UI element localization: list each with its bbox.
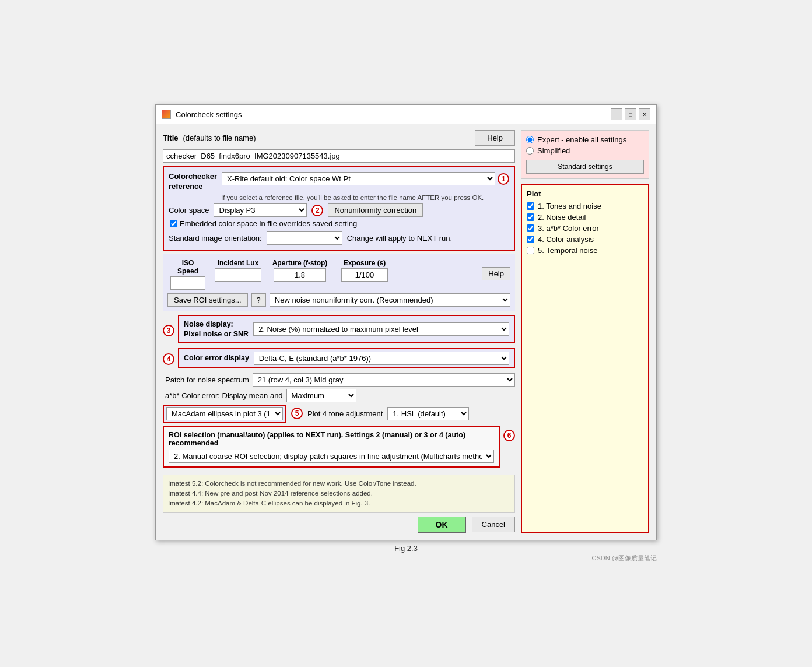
simplified-radio[interactable] bbox=[526, 147, 534, 155]
question-button[interactable]: ? bbox=[251, 293, 266, 307]
ab-label: a*b* Color error: Display mean and bbox=[165, 391, 283, 400]
expert-radio[interactable] bbox=[526, 136, 534, 143]
left-panel: Title (defaults to file name) Help Color… bbox=[163, 130, 515, 532]
plot-item-4: 4. Color analysis bbox=[527, 235, 643, 244]
plot-item-1: 1. Tones and noise bbox=[527, 202, 643, 210]
colorchecker-section: Colorcheckerreference X-Rite default old… bbox=[163, 166, 515, 251]
noise-label: Noise display:Pixel noise or SNR bbox=[184, 320, 249, 339]
plot4-label: Plot 4 tone adjustment bbox=[307, 409, 383, 418]
cancel-button[interactable]: Cancel bbox=[472, 517, 515, 532]
macadam-row: MacAdam ellipses in plot 3 (10X) 5 Plot … bbox=[163, 405, 515, 423]
help-button[interactable]: Help bbox=[475, 130, 515, 146]
circle-2: 2 bbox=[312, 205, 323, 216]
noise-display-select[interactable]: 2. Noise (%) normalized to maximum pixel… bbox=[253, 322, 509, 336]
plot-4-label: 4. Color analysis bbox=[538, 235, 594, 244]
macadam-wrap: MacAdam ellipses in plot 3 (10X) bbox=[163, 405, 286, 423]
title-bar: Colorcheck settings — □ ✕ bbox=[156, 105, 656, 124]
aperture-label: Aperture (f-stop) bbox=[272, 259, 328, 267]
nonuniformity-button[interactable]: Nonuniformity correction bbox=[328, 203, 423, 217]
orientation-label: Standard image orientation: bbox=[169, 234, 262, 243]
plot-1-label: 1. Tones and noise bbox=[538, 202, 601, 210]
color-space-label: Color space bbox=[169, 206, 209, 215]
right-panel: Expert - enable all settings Simplified … bbox=[521, 130, 649, 532]
iso-speed-input[interactable] bbox=[170, 276, 205, 290]
patch-row: Patch for noise spectrum 21 (row 4, col … bbox=[163, 373, 515, 387]
color-error-label: Color error display bbox=[184, 354, 249, 362]
iso-section: ISOSpeed Incident Lux Aperture (f-stop) … bbox=[163, 254, 515, 311]
plot-4-checkbox[interactable] bbox=[527, 236, 534, 243]
iso-help-button[interactable]: Help bbox=[482, 267, 510, 280]
roi-select[interactable]: 2. Manual coarse ROI selection; display … bbox=[169, 450, 494, 463]
iso-bottom-row: Save ROI settings... ? New noise nonunif… bbox=[167, 293, 510, 307]
plot-3-checkbox[interactable] bbox=[527, 224, 534, 232]
expert-label: Expert - enable all settings bbox=[537, 135, 626, 144]
iso-speed-label: ISOSpeed bbox=[177, 259, 198, 275]
circle-3: 3 bbox=[163, 325, 174, 336]
ok-button[interactable]: OK bbox=[418, 517, 466, 533]
minimize-button[interactable]: — bbox=[611, 108, 622, 120]
orientation-row: Standard image orientation: Change will … bbox=[169, 231, 509, 245]
plot-1-checkbox[interactable] bbox=[527, 202, 534, 210]
embedded-checkbox[interactable] bbox=[170, 220, 177, 227]
app-icon bbox=[162, 110, 171, 119]
plot-item-3: 3. a*b* Color error bbox=[527, 224, 643, 233]
fig-caption: Fig 2.3 bbox=[394, 544, 418, 553]
circle-1: 1 bbox=[498, 173, 509, 185]
circle-4: 4 bbox=[163, 353, 174, 365]
window-body: Title (defaults to file name) Help Color… bbox=[156, 124, 656, 539]
note-2: Imatest 4.4: New pre and post-Nov 2014 r… bbox=[168, 489, 510, 499]
color-space-select[interactable]: Display P3 bbox=[214, 203, 307, 217]
noise-row: Noise display:Pixel noise or SNR 2. Nois… bbox=[184, 320, 509, 339]
title-field-row bbox=[163, 149, 515, 163]
circle-6: 6 bbox=[503, 430, 515, 441]
color-error-row: Color error display Delta-C, E (standard… bbox=[178, 348, 515, 368]
colorchecker-reference-select[interactable]: X-Rite default old: Color space Wt Pt bbox=[222, 172, 495, 185]
expert-section: Expert - enable all settings Simplified … bbox=[521, 130, 649, 179]
incident-lux-label: Incident Lux bbox=[218, 259, 259, 267]
title-controls: — □ ✕ bbox=[611, 108, 650, 120]
close-button[interactable]: ✕ bbox=[639, 108, 650, 120]
colorchecker-label-row: Colorcheckerreference X-Rite default old… bbox=[169, 172, 509, 192]
note-1: Imatest 5.2: Colorcheck is not recommend… bbox=[168, 479, 510, 489]
aperture-input[interactable] bbox=[274, 268, 326, 282]
title-sublabel: (defaults to file name) bbox=[183, 134, 256, 142]
note-3: Imatest 4.2: MacAdam & Delta-C ellipses … bbox=[168, 499, 510, 508]
patch-select[interactable]: 21 (row 4, col 3) Mid gray bbox=[253, 373, 515, 387]
roi-title: ROI selection (manual/auto) (applies to … bbox=[169, 431, 494, 447]
plot-5-label: 5. Temporal noise bbox=[538, 246, 597, 255]
title-bar-left: Colorcheck settings bbox=[162, 110, 242, 119]
exposure-input[interactable] bbox=[341, 268, 388, 282]
noise-corr-select[interactable]: New noise nonuniformity corr. (Recommend… bbox=[270, 293, 510, 307]
color-space-row: Color space Display P3 2 Nonuniformity c… bbox=[169, 203, 509, 217]
ref-note: If you select a reference file, you'll b… bbox=[169, 194, 509, 201]
plot-5-checkbox[interactable] bbox=[527, 247, 534, 254]
colorchecker-select-wrap: X-Rite default old: Color space Wt Pt 1 bbox=[222, 172, 509, 185]
plot-2-checkbox[interactable] bbox=[527, 213, 534, 221]
plot4-select[interactable]: 1. HSL (default) bbox=[387, 407, 469, 420]
title-input[interactable] bbox=[163, 149, 515, 163]
color-error-select[interactable]: Delta-C, E (standard (a*b* 1976)) bbox=[254, 352, 509, 365]
plot-item-5: 5. Temporal noise bbox=[527, 246, 643, 255]
incident-lux-input[interactable] bbox=[215, 268, 261, 282]
title-label: Title bbox=[163, 134, 178, 142]
plot-title: Plot bbox=[527, 189, 643, 198]
orientation-select[interactable] bbox=[267, 231, 342, 245]
ab-row: a*b* Color error: Display mean and Maxim… bbox=[163, 389, 515, 402]
macadam-select[interactable]: MacAdam ellipses in plot 3 (10X) bbox=[166, 407, 283, 420]
maximize-button[interactable]: □ bbox=[625, 108, 636, 120]
title-row: Title (defaults to file name) Help bbox=[163, 130, 515, 146]
notes-section: Imatest 5.2: Colorcheck is not recommend… bbox=[163, 475, 515, 513]
circle-5: 5 bbox=[291, 408, 303, 419]
watermark: CSDN @图像质量笔记 bbox=[155, 554, 657, 563]
simplified-label: Simplified bbox=[537, 146, 570, 155]
window-title: Colorcheck settings bbox=[176, 110, 242, 119]
main-window: Colorcheck settings — □ ✕ Title (default… bbox=[155, 104, 657, 540]
save-roi-button[interactable]: Save ROI settings... bbox=[167, 293, 248, 307]
exposure-label: Exposure (s) bbox=[344, 259, 386, 267]
embedded-row: Embedded color space in file overrides s… bbox=[169, 219, 509, 228]
standard-settings-button[interactable]: Standard settings bbox=[526, 160, 644, 174]
ab-select[interactable]: Maximum bbox=[286, 389, 356, 402]
expert-radio-row: Expert - enable all settings bbox=[526, 135, 644, 144]
plot-item-2: 2. Noise detail bbox=[527, 213, 643, 222]
roi-section: ROI selection (manual/auto) (applies to … bbox=[163, 426, 500, 468]
